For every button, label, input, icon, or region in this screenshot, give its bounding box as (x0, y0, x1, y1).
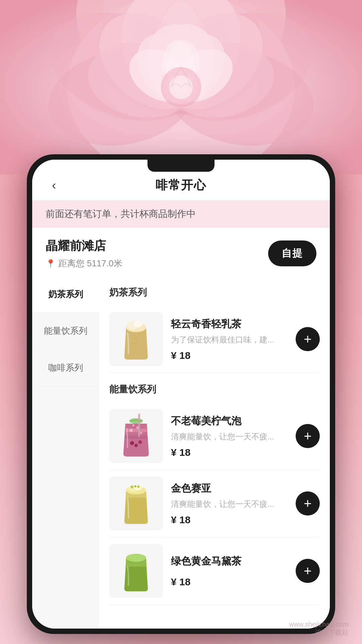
back-icon: ‹ (52, 179, 56, 192)
menu-item: 绿色黄金马黛茶 ¥ 18 + (109, 537, 320, 605)
phone-frame: ‹ 啡常开心 前面还有笔订单，共计杯商品制作中 晶耀前滩店 📍 距离您 5117… (27, 154, 335, 634)
back-button[interactable]: ‹ (46, 177, 62, 194)
svg-point-43 (137, 486, 140, 488)
watermark-url: www.shejizhaiji.com (289, 621, 349, 628)
category-title-milk-tea: 奶茶系列 (109, 276, 320, 306)
order-banner-text: 前面还有笔订单，共计杯商品制作中 (46, 209, 196, 219)
add-item-button-berry[interactable]: + (296, 424, 320, 448)
sidebar-label-milk-tea: 奶茶系列 (48, 289, 83, 299)
add-item-button-green[interactable]: + (296, 559, 320, 583)
drink-cup-latte (119, 317, 153, 362)
sidebar-item-energy[interactable]: 能量饮系列 (32, 313, 99, 349)
order-banner: 前面还有笔订单，共计杯商品制作中 (32, 200, 330, 228)
store-distance: 📍 距离您 5117.0米 (46, 258, 268, 269)
category-title-energy: 能量饮系列 (109, 373, 320, 402)
content-area: 奶茶系列 能量饮系列 咖啡系列 奶茶系列 (32, 276, 330, 629)
menu-item: 轻云奇香轻乳茶 为了保证饮料最佳口味，建... ¥ 18 + (109, 306, 320, 373)
item-name-green: 绿色黄金马黛茶 (171, 554, 288, 568)
item-price-yellow: ¥ 18 (171, 514, 288, 526)
watermark: www.shejizhaiji.com 设计下载站 (289, 621, 349, 637)
svg-point-31 (140, 432, 142, 434)
store-section: 晶耀前滩店 📍 距离您 5117.0米 自提 (32, 228, 330, 276)
add-item-button-latte[interactable]: + (296, 327, 320, 351)
item-image-latte (109, 312, 163, 366)
sidebar-item-milk-tea[interactable]: 奶茶系列 (32, 276, 99, 313)
svg-rect-34 (138, 414, 140, 437)
item-details-berry: 不老莓美柠气泡 清爽能量饮，让您一天不疲... ¥ 18 (171, 414, 288, 458)
sidebar-label-energy: 能量饮系列 (44, 326, 87, 336)
drink-cup-green (119, 548, 153, 593)
distance-text: 距离您 5117.0米 (58, 258, 122, 269)
svg-point-29 (129, 429, 133, 432)
svg-point-33 (129, 418, 143, 424)
svg-point-32 (132, 424, 134, 426)
menu-item: 金色赛亚 清爽能量饮，让您一天不疲... ¥ 18 + (109, 470, 320, 537)
item-details-yellow: 金色赛亚 清爽能量饮，让您一天不疲... ¥ 18 (171, 482, 288, 526)
notch (147, 160, 215, 172)
svg-point-41 (131, 486, 133, 488)
watermark-name: 设计下载站 (289, 628, 349, 637)
item-image-yellow (109, 477, 163, 530)
item-name-latte: 轻云奇香轻乳茶 (171, 317, 288, 331)
svg-point-42 (134, 485, 136, 487)
svg-point-28 (133, 321, 142, 327)
drink-cup-yellow (119, 481, 153, 526)
svg-point-44 (126, 554, 146, 562)
item-name-berry: 不老莓美柠气泡 (171, 414, 288, 428)
item-price-berry: ¥ 18 (171, 447, 288, 458)
item-desc-yellow: 清爽能量饮，让您一天不疲... (171, 499, 288, 509)
svg-point-35 (130, 441, 134, 445)
phone-screen: ‹ 啡常开心 前面还有笔订单，共计杯商品制作中 晶耀前滩店 📍 距离您 5117… (32, 160, 330, 629)
add-item-button-yellow[interactable]: + (296, 491, 320, 516)
drink-cup-berry (119, 414, 153, 459)
flower-background (0, 0, 362, 174)
item-details-latte: 轻云奇香轻乳茶 为了保证饮料最佳口味，建... ¥ 18 (171, 317, 288, 361)
item-image-berry (109, 409, 163, 463)
category-sidebar: 奶茶系列 能量饮系列 咖啡系列 (32, 276, 99, 629)
store-info: 晶耀前滩店 📍 距离您 5117.0米 (46, 238, 268, 269)
item-image-green (109, 544, 163, 598)
pickup-button[interactable]: 自提 (268, 240, 316, 266)
svg-point-36 (134, 444, 138, 447)
location-icon: 📍 (46, 259, 56, 268)
item-details-green: 绿色黄金马黛茶 ¥ 18 (171, 554, 288, 588)
item-name-yellow: 金色赛亚 (171, 482, 288, 495)
item-price-green: ¥ 18 (171, 576, 288, 588)
item-price-latte: ¥ 18 (171, 350, 288, 361)
sidebar-label-coffee: 咖啡系列 (48, 363, 83, 373)
menu-item: 不老莓美柠气泡 清爽能量饮，让您一天不疲... ¥ 18 + (109, 402, 320, 470)
sidebar-item-coffee[interactable]: 咖啡系列 (32, 350, 99, 386)
menu-content: 奶茶系列 (99, 276, 330, 629)
svg-point-37 (138, 440, 142, 444)
page-title: 啡常开心 (156, 177, 206, 194)
item-desc-latte: 为了保证饮料最佳口味，建... (171, 334, 288, 345)
store-name: 晶耀前滩店 (46, 238, 268, 254)
item-desc-berry: 清爽能量饮，让您一天不疲... (171, 431, 288, 442)
